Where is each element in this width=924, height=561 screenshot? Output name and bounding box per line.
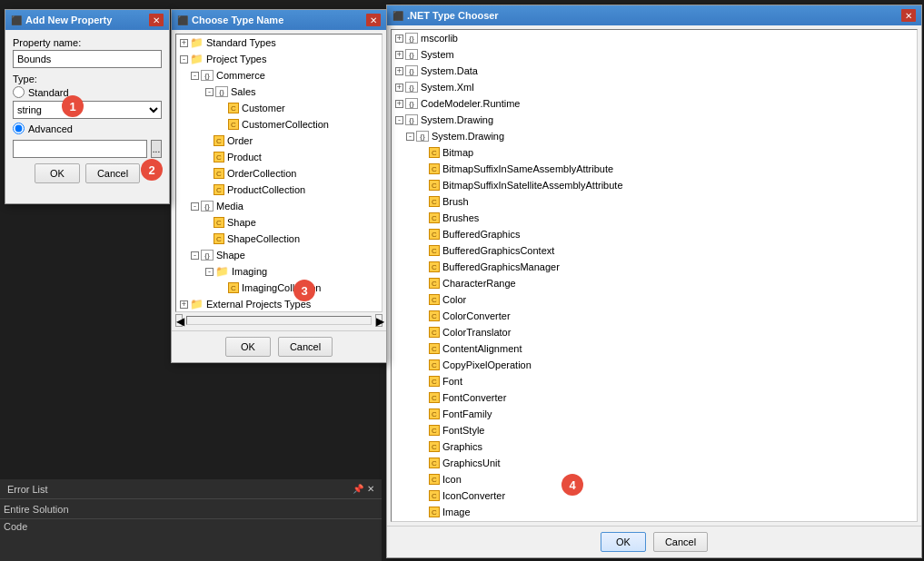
tree-item-customercollection[interactable]: C CustomerCollection	[176, 116, 382, 133]
expand-external[interactable]: +	[180, 300, 188, 309]
tree-item-system-drawing-root[interactable]: - {} System.Drawing	[392, 112, 917, 128]
tree-item-icon-converter[interactable]: C IconConverter	[392, 487, 917, 504]
property-name-input[interactable]	[13, 50, 162, 68]
expand-sales[interactable]: -	[205, 88, 214, 96]
tree-item-customer[interactable]: C Customer	[176, 100, 382, 116]
tree-item-shape-ns[interactable]: - {} Shape	[176, 247, 382, 263]
expand-system-drawing-root[interactable]: -	[395, 116, 403, 124]
label-content-alignment: ContentAlignment	[442, 341, 522, 356]
expand-standard[interactable]: +	[180, 39, 188, 47]
add-property-ok-button[interactable]: OK	[35, 163, 80, 183]
expand-commerce[interactable]: -	[191, 72, 199, 80]
class-icon-cpo: C	[429, 359, 440, 370]
tree-item-character-range[interactable]: C CharacterRange	[392, 275, 917, 291]
tree-item-brush[interactable]: C Brush	[392, 193, 917, 210]
expand-media[interactable]: -	[191, 202, 199, 211]
add-property-close-button[interactable]: ✕	[149, 14, 164, 26]
tree-item-commerce[interactable]: - {} Commerce	[176, 67, 382, 84]
tree-item-font-converter[interactable]: C FontConverter	[392, 389, 917, 406]
tree-item-image-animator[interactable]: C ImageAnimator	[392, 520, 917, 522]
tree-item-bitmapsuffix-same[interactable]: C BitmapSuffixInSameAssemblyAttribute	[392, 161, 917, 177]
expand-shape-ns[interactable]: -	[191, 251, 199, 260]
tree-item-bitmapsuffix-satellite[interactable]: C BitmapSuffixInSatelliteAssemblyAttribu…	[392, 177, 917, 193]
net-type-tree[interactable]: + {} mscorlib + {} System + {} System.Da…	[391, 29, 918, 522]
tree-item-productcollection[interactable]: C ProductCollection	[176, 182, 382, 198]
label-buffered-graphics-context: BufferedGraphicsContext	[442, 243, 554, 258]
tree-item-external[interactable]: + 📁 External Projects Types	[176, 296, 382, 312]
expand-project[interactable]: -	[180, 55, 188, 64]
tree-item-project-types[interactable]: - 📁 Project Types	[176, 51, 382, 67]
scroll-right-btn[interactable]: ▶	[375, 314, 383, 327]
tree-item-color[interactable]: C Color	[392, 291, 917, 308]
scroll-left-btn[interactable]: ◀	[175, 314, 183, 327]
tree-item-imagingcollection[interactable]: C ImagingCollection	[176, 280, 382, 296]
tree-item-buffered-graphics-manager[interactable]: C BufferedGraphicsManager	[392, 259, 917, 275]
class-icon-shape: C	[214, 217, 224, 228]
expand-imaging[interactable]: -	[205, 268, 214, 276]
label-image-animator: ImageAnimator	[442, 521, 511, 522]
panel-close-button[interactable]: ✕	[367, 484, 374, 494]
advanced-radio[interactable]	[13, 123, 25, 134]
standard-radio[interactable]	[13, 86, 25, 98]
tree-item-graphics[interactable]: C Graphics	[392, 438, 917, 455]
tree-item-sales[interactable]: - {} Sales	[176, 84, 382, 100]
tree-item-font-family[interactable]: C FontFamily	[392, 406, 917, 422]
expand-mscorlib[interactable]: +	[395, 34, 403, 43]
choose-type-title: Choose Type Name	[192, 15, 283, 25]
tree-item-brushes[interactable]: C Brushes	[392, 210, 917, 226]
class-icon-bg: C	[429, 229, 440, 240]
tree-item-copy-pixel[interactable]: C CopyPixelOperation	[392, 357, 917, 373]
type-dropdown[interactable]: string int bool	[13, 101, 162, 119]
type-tree[interactable]: + 📁 Standard Types - 📁 Project Types - {…	[175, 34, 383, 312]
tree-item-bitmap[interactable]: C Bitmap	[392, 144, 917, 161]
expand-system[interactable]: +	[395, 51, 403, 59]
tree-item-standard-types[interactable]: + 📁 Standard Types	[176, 34, 382, 51]
tree-item-media[interactable]: - {} Media	[176, 198, 382, 214]
tree-item-product[interactable]: C Product	[176, 149, 382, 165]
error-list-title: Error List	[7, 484, 48, 495]
expand-codemodeler[interactable]: +	[395, 100, 403, 108]
tree-item-graphics-unit[interactable]: C GraphicsUnit	[392, 455, 917, 471]
tree-item-buffered-graphics-context[interactable]: C BufferedGraphicsContext	[392, 242, 917, 259]
tree-item-color-translator[interactable]: C ColorTranslator	[392, 324, 917, 340]
expand-system-xml[interactable]: +	[395, 84, 403, 92]
tree-item-codemodeler-runtime[interactable]: + {} CodeModeler.Runtime	[392, 95, 917, 112]
tree-item-system-drawing-child[interactable]: - {} System.Drawing	[392, 128, 917, 144]
ns-icon-system-xml: {}	[405, 82, 418, 93]
property-name-label: Property name:	[13, 37, 162, 48]
panel-pin-button[interactable]: 📌	[353, 484, 363, 494]
net-type-cancel-button[interactable]: Cancel	[653, 532, 708, 552]
tree-item-shapecollection[interactable]: C ShapeCollection	[176, 231, 382, 247]
tree-item-order[interactable]: C Order	[176, 133, 382, 149]
choose-type-ok-button[interactable]: OK	[225, 337, 271, 357]
ns-icon-system-drawing-child: {}	[416, 131, 429, 142]
tree-item-system-xml[interactable]: + {} System.Xml	[392, 79, 917, 95]
class-icon-brush: C	[429, 196, 440, 207]
horizontal-scrollbar[interactable]	[186, 316, 372, 325]
tree-item-imaging[interactable]: - 📁 Imaging	[176, 263, 382, 280]
tree-item-content-alignment[interactable]: C ContentAlignment	[392, 340, 917, 357]
tree-item-shape-media[interactable]: C Shape	[176, 214, 382, 231]
label-font-style: FontStyle	[442, 423, 484, 438]
net-type-ok-button[interactable]: OK	[601, 532, 646, 552]
net-type-close-button[interactable]: ✕	[901, 9, 916, 22]
tree-item-color-converter[interactable]: C ColorConverter	[392, 308, 917, 324]
tree-item-buffered-graphics[interactable]: C BufferedGraphics	[392, 226, 917, 242]
browse-type-button[interactable]: ...	[151, 140, 162, 158]
tree-item-mscorlib[interactable]: + {} mscorlib	[392, 30, 917, 46]
advanced-type-input[interactable]	[13, 140, 147, 158]
tree-item-icon[interactable]: C Icon	[392, 471, 917, 487]
tree-item-system[interactable]: + {} System	[392, 46, 917, 63]
tree-item-font[interactable]: C Font	[392, 373, 917, 389]
choose-type-cancel-button[interactable]: Cancel	[278, 337, 333, 357]
add-property-cancel-button[interactable]: Cancel	[85, 163, 140, 183]
code-col-header: Code	[4, 521, 27, 532]
tree-item-system-data[interactable]: + {} System.Data	[392, 63, 917, 79]
choose-type-close-button[interactable]: ✕	[366, 14, 381, 26]
tree-item-image[interactable]: C Image	[392, 504, 917, 520]
expand-system-drawing-child[interactable]: -	[406, 133, 414, 141]
class-icon-brushes: C	[429, 212, 440, 223]
expand-system-data[interactable]: +	[395, 67, 403, 75]
tree-item-ordercollection[interactable]: C OrderCollection	[176, 165, 382, 182]
tree-item-font-style[interactable]: C FontStyle	[392, 422, 917, 438]
